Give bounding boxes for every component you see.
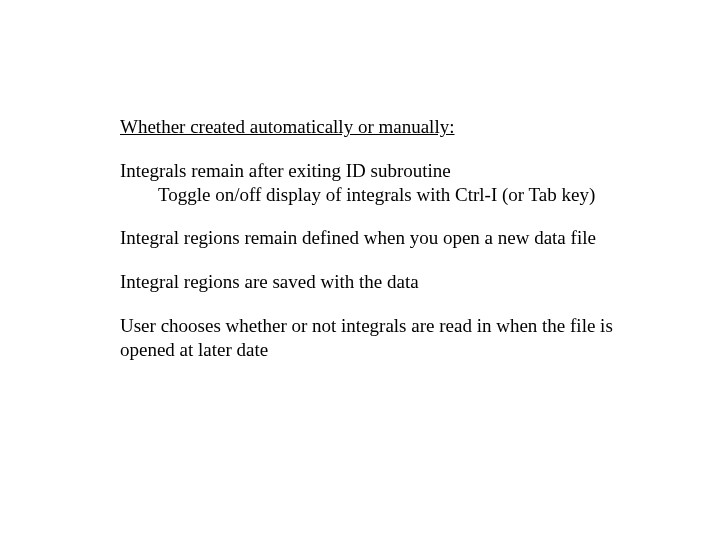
paragraph-1-line-1: Integrals remain after exiting ID subrou… — [120, 159, 625, 183]
paragraph-3: Integral regions are saved with the data — [120, 270, 625, 294]
paragraph-1-line-2: Toggle on/off display of integrals with … — [120, 183, 625, 207]
section-heading: Whether created automatically or manuall… — [120, 115, 625, 139]
paragraph-1: Integrals remain after exiting ID subrou… — [120, 159, 625, 207]
paragraph-4: User chooses whether or not integrals ar… — [120, 314, 625, 362]
document-page: Whether created automatically or manuall… — [0, 0, 720, 361]
paragraph-2: Integral regions remain defined when you… — [120, 226, 625, 250]
